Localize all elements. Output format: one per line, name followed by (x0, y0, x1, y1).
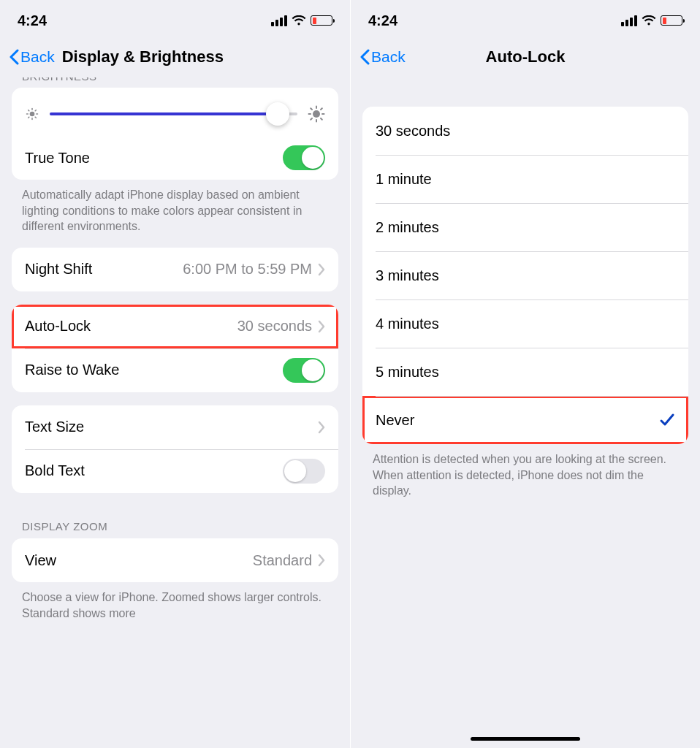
autolock-option[interactable]: 5 minutes (362, 348, 688, 396)
bold-text-toggle[interactable] (283, 459, 325, 484)
true-tone-toggle[interactable] (283, 145, 325, 170)
svg-line-15 (321, 118, 322, 120)
settings-content: BRIGHTNESS True Tone Automatically ad (0, 77, 350, 748)
bold-text-label: Bold Text (25, 462, 283, 479)
section-header-brightness: BRIGHTNESS (22, 77, 328, 85)
auto-lock-value: 30 seconds (237, 318, 312, 335)
svg-line-5 (28, 110, 29, 111)
page-title: Display & Brightness (62, 47, 224, 66)
text-size-row[interactable]: Text Size (12, 405, 338, 449)
screenshot-display-brightness: 4:24 Back Display & Brightness BRIGHTNES… (0, 0, 350, 748)
status-bar: 4:24 (351, 4, 700, 37)
nav-bar: Back Auto-Lock (351, 37, 700, 77)
page-title: Auto-Lock (351, 47, 700, 66)
autolock-option[interactable]: 2 minutes (362, 203, 688, 251)
svg-point-9 (313, 110, 320, 118)
autolock-option-label: 5 minutes (376, 364, 675, 381)
svg-line-16 (311, 118, 312, 120)
view-label: View (25, 552, 253, 569)
zoom-group: View Standard (12, 538, 338, 582)
autolock-content: 30 seconds1 minute2 minutes3 minutes4 mi… (351, 77, 700, 748)
checkmark-icon (659, 412, 675, 428)
status-bar: 4:24 (0, 4, 350, 37)
sun-dim-icon (25, 107, 39, 121)
night-shift-group: Night Shift 6:00 PM to 5:59 PM (12, 248, 338, 291)
autolock-option-label: 3 minutes (376, 267, 675, 284)
brightness-slider-row (12, 88, 338, 136)
svg-line-8 (35, 110, 36, 111)
screenshot-autolock: 4:24 Back Auto-Lock 30 seconds1 minute2 … (350, 0, 700, 748)
raise-to-wake-toggle[interactable] (283, 358, 325, 383)
autolock-option[interactable]: 3 minutes (362, 251, 688, 299)
night-shift-row[interactable]: Night Shift 6:00 PM to 5:59 PM (12, 248, 338, 291)
status-icons (621, 15, 682, 26)
autolock-option-label: 30 seconds (376, 123, 675, 140)
status-time: 4:24 (18, 12, 47, 29)
auto-lock-label: Auto-Lock (25, 318, 237, 335)
autolock-group: Auto-Lock 30 seconds Raise to Wake (12, 305, 338, 392)
svg-line-6 (35, 117, 36, 118)
battery-icon (661, 15, 682, 26)
nav-bar: Back Display & Brightness (0, 37, 350, 77)
night-shift-label: Night Shift (25, 261, 183, 278)
night-shift-value: 6:00 PM to 5:59 PM (183, 261, 312, 278)
status-icons (271, 15, 332, 26)
autolock-option-label: 2 minutes (376, 219, 675, 236)
svg-line-7 (28, 117, 29, 118)
autolock-option-label: Never (376, 412, 659, 429)
raise-to-wake-row: Raise to Wake (12, 348, 338, 392)
svg-point-0 (30, 112, 35, 117)
autolock-option[interactable]: 1 minute (362, 155, 688, 203)
view-value: Standard (253, 552, 312, 569)
raise-to-wake-label: Raise to Wake (25, 362, 283, 378)
cellular-icon (621, 15, 637, 26)
chevron-right-icon (318, 320, 325, 333)
autolock-option-label: 4 minutes (376, 316, 675, 332)
view-row[interactable]: View Standard (12, 538, 338, 582)
chevron-right-icon (318, 263, 325, 276)
sun-bright-icon (308, 105, 325, 123)
brightness-slider[interactable] (50, 112, 297, 115)
battery-icon (311, 15, 332, 26)
bold-text-row: Bold Text (12, 449, 338, 493)
cellular-icon (271, 15, 287, 26)
autolock-footer: Attention is detected when you are looki… (351, 444, 700, 499)
back-label: Back (20, 48, 55, 66)
zoom-footer: Choose a view for iPhone. Zoomed shows l… (0, 582, 350, 621)
back-button[interactable]: Back (9, 48, 55, 66)
text-size-label: Text Size (25, 419, 318, 435)
true-tone-label: True Tone (25, 150, 283, 167)
auto-lock-row[interactable]: Auto-Lock 30 seconds (12, 305, 338, 348)
chevron-right-icon (318, 421, 325, 434)
chevron-right-icon (318, 554, 325, 567)
wifi-icon (292, 15, 306, 26)
wifi-icon (642, 15, 656, 26)
svg-line-14 (311, 108, 312, 110)
autolock-option[interactable]: 30 seconds (362, 107, 688, 155)
autolock-option-label: 1 minute (376, 171, 675, 188)
text-group: Text Size Bold Text (12, 405, 338, 493)
brightness-group: True Tone (12, 88, 338, 180)
status-time: 4:24 (368, 12, 397, 29)
svg-line-17 (321, 108, 322, 110)
true-tone-footer: Automatically adapt iPhone display based… (0, 180, 350, 234)
autolock-options-group: 30 seconds1 minute2 minutes3 minutes4 mi… (362, 107, 688, 444)
home-indicator (471, 737, 580, 741)
display-zoom-header: DISPLAY ZOOM (0, 493, 350, 538)
autolock-option[interactable]: Never (362, 396, 688, 444)
true-tone-row: True Tone (12, 136, 338, 180)
autolock-option[interactable]: 4 minutes (362, 299, 688, 348)
